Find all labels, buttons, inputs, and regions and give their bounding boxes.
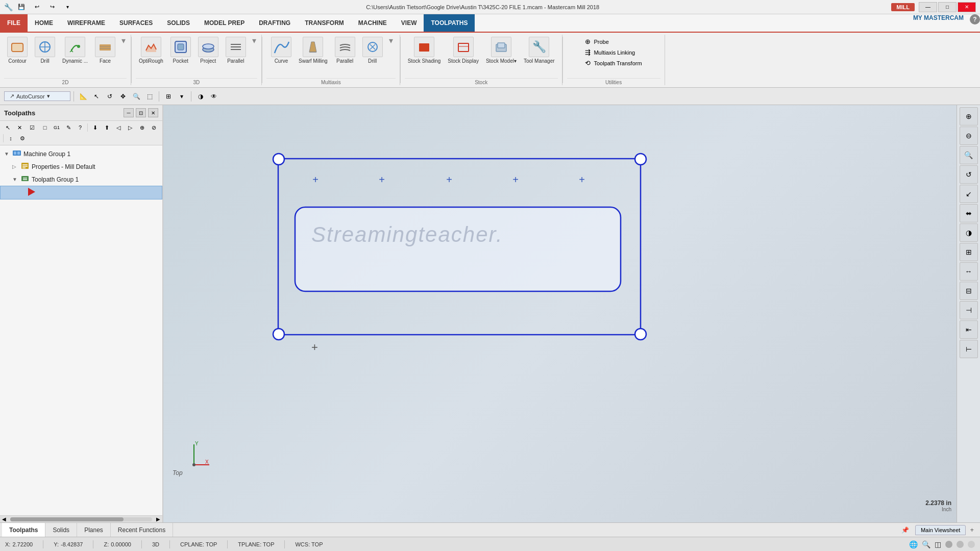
ribbon-btn-drill-multi[interactable]: Drill: [359, 35, 386, 66]
menu-toolpaths[interactable]: TOOLPATHS: [424, 14, 475, 32]
close-button[interactable]: ✕: [958, 2, 976, 12]
pan-btn[interactable]: ✥: [117, 90, 129, 103]
add-viewsheet-btn[interactable]: +: [966, 524, 978, 535]
2d-group-dropdown[interactable]: ▾: [120, 35, 127, 46]
zoom-btn[interactable]: 🔍: [130, 90, 142, 103]
viewsheet-tab[interactable]: Main Viewsheet: [915, 525, 966, 535]
panel-float-btn[interactable]: ⊡: [136, 108, 146, 117]
panel-tb-btn-7[interactable]: ?: [75, 122, 86, 133]
rp-extra1[interactable]: ⊢: [960, 340, 978, 358]
rp-orient1[interactable]: ↔: [960, 262, 978, 281]
tab-recent-functions[interactable]: Recent Functions: [111, 523, 173, 537]
rp-zoom-in[interactable]: 🔍: [960, 146, 978, 164]
panel-tb-btn-5[interactable]: G1: [51, 122, 62, 133]
rp-view-rotate[interactable]: ↺: [960, 165, 978, 184]
panel-close-btn[interactable]: ✕: [148, 108, 158, 117]
grid-btn[interactable]: ⊞: [162, 90, 175, 103]
autocursor-box[interactable]: ↗ AutoCursor ▾: [4, 91, 70, 101]
panel-tb-btn-13[interactable]: ⊘: [148, 122, 159, 133]
rp-select[interactable]: ↙: [960, 185, 978, 203]
rp-measure[interactable]: ⊣: [960, 301, 978, 319]
quick-access-save[interactable]: 💾: [15, 1, 28, 14]
snap-btn[interactable]: 📐: [77, 90, 89, 103]
visibility-btn[interactable]: 👁: [208, 90, 220, 103]
panel-tb-btn-2[interactable]: ✕: [14, 122, 25, 133]
panel-tb-btn-8[interactable]: ⬇: [89, 122, 101, 133]
scroll-right-btn[interactable]: ▶: [154, 516, 162, 522]
quick-access-undo[interactable]: ↩: [30, 1, 43, 14]
render-btn[interactable]: ◑: [194, 90, 207, 103]
ribbon-btn-multiaxis-linking[interactable]: ⇶ Multiaxis Linking: [583, 47, 637, 57]
help-button[interactable]: ?: [970, 14, 980, 24]
tree-item-properties[interactable]: ▷ Properties - Mill Default: [0, 160, 162, 173]
rp-pan[interactable]: ⬌: [960, 204, 978, 222]
ribbon-btn-probe[interactable]: ⊕ Probe: [583, 37, 610, 46]
minimize-button[interactable]: —: [919, 2, 937, 12]
ribbon-btn-project[interactable]: Project: [195, 35, 222, 66]
ribbon-btn-optirough[interactable]: OptiRough: [136, 35, 166, 66]
panel-tb-btn-3[interactable]: ☑: [26, 122, 39, 133]
panel-tb-btn-14[interactable]: ↕: [5, 133, 16, 143]
panel-tb-btn-1[interactable]: ↖: [2, 122, 13, 133]
ribbon-btn-stock-shading[interactable]: Stock Shading: [405, 35, 444, 66]
ribbon-btn-dynamic[interactable]: Dynamic ...: [59, 35, 91, 66]
menu-view[interactable]: VIEW: [394, 14, 424, 32]
my-mastercam-link[interactable]: MY MASTERCAM: [907, 14, 970, 32]
view-options-btn[interactable]: ▾: [176, 90, 188, 103]
ribbon-btn-toolpath-transform[interactable]: ⟲ Toolpath Transform: [583, 58, 644, 68]
ribbon-btn-parallel-3d[interactable]: Parallel: [223, 35, 249, 66]
quick-access-redo[interactable]: ↪: [45, 1, 59, 14]
layer-icon[interactable]: ◫: [935, 540, 941, 548]
panel-scrollbar[interactable]: ◀ ▶: [0, 515, 162, 522]
ribbon-btn-tool-manager[interactable]: 🔧 Tool Manager: [521, 35, 558, 66]
ribbon-btn-face[interactable]: Face: [92, 35, 118, 66]
panel-tb-btn-11[interactable]: ▷: [125, 122, 136, 133]
maximize-button[interactable]: □: [938, 2, 957, 12]
globe-icon[interactable]: 🌐: [909, 540, 918, 548]
menu-file[interactable]: FILE: [0, 14, 28, 32]
scroll-left-btn[interactable]: ◀: [0, 516, 8, 522]
menu-drafting[interactable]: DRAFTING: [252, 14, 298, 32]
quick-access-dropdown[interactable]: ▾: [61, 1, 74, 14]
ribbon-btn-drill[interactable]: Drill: [32, 35, 58, 66]
menu-model-prep[interactable]: MODEL PREP: [197, 14, 252, 32]
select-btn[interactable]: ↖: [90, 90, 103, 103]
ribbon-btn-parallel-multi[interactable]: Parallel: [332, 35, 358, 66]
ribbon-btn-stock-model[interactable]: Stock Model▾: [483, 35, 520, 66]
menu-surfaces[interactable]: SURFACES: [112, 14, 160, 32]
ribbon-btn-stock-display[interactable]: Stock Display: [445, 35, 482, 66]
tree-item-machine-group[interactable]: ▼ Machine Group 1: [0, 147, 162, 160]
rotate-btn[interactable]: ↺: [104, 90, 116, 103]
rp-orient2[interactable]: ⊟: [960, 282, 978, 300]
tree-item-new-op[interactable]: [0, 186, 162, 199]
ribbon-btn-swarf[interactable]: Swarf Milling: [296, 35, 331, 66]
ribbon-btn-pocket[interactable]: Pocket: [167, 35, 194, 66]
menu-transform[interactable]: TRANSFORM: [298, 14, 351, 32]
panel-minimize-btn[interactable]: ─: [124, 108, 134, 117]
tree-item-toolpath-group[interactable]: ▼ Toolpath Group 1: [0, 173, 162, 186]
panel-tb-btn-15[interactable]: ⚙: [17, 133, 28, 143]
ribbon-btn-curve[interactable]: Curve: [268, 35, 295, 66]
window-select-btn[interactable]: ⬚: [143, 90, 156, 103]
menu-wireframe[interactable]: WIREFRAME: [60, 14, 112, 32]
rp-shading[interactable]: ◑: [960, 223, 978, 242]
panel-tb-btn-12[interactable]: ⊕: [136, 122, 148, 133]
search-icon-status[interactable]: 🔍: [922, 540, 930, 548]
rp-zoom-out[interactable]: ⊖: [960, 127, 978, 145]
rp-zoom-fit[interactable]: ⊕: [960, 107, 978, 126]
menu-solids[interactable]: SOLIDS: [160, 14, 197, 32]
rp-arrow[interactable]: ⇤: [960, 320, 978, 339]
tab-toolpaths[interactable]: Toolpaths: [2, 523, 45, 537]
panel-tb-btn-6[interactable]: ✎: [63, 122, 74, 133]
multiaxis-dropdown[interactable]: ▾: [388, 35, 394, 46]
panel-tb-btn-9[interactable]: ⬆: [101, 122, 112, 133]
rp-wireframe[interactable]: ⊞: [960, 243, 978, 261]
menu-home[interactable]: HOME: [28, 14, 60, 32]
ribbon-btn-contour[interactable]: Contour: [4, 35, 31, 66]
tab-solids[interactable]: Solids: [45, 523, 77, 537]
tab-planes[interactable]: Planes: [77, 523, 111, 537]
canvas-area[interactable]: + + + + + Streamingteacher. + Y X Top 2.…: [163, 105, 957, 522]
3d-group-dropdown[interactable]: ▾: [251, 35, 257, 46]
menu-machine[interactable]: MACHINE: [351, 14, 394, 32]
panel-tb-btn-10[interactable]: ◁: [113, 122, 124, 133]
